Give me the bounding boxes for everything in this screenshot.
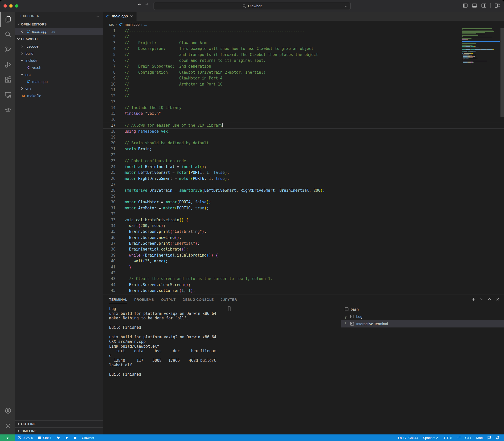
chevron-down-icon[interactable] (344, 4, 348, 8)
code-line-18[interactable]: 18using namespace vex; (103, 129, 504, 134)
code-line-21[interactable]: 21brain Brain; (103, 146, 504, 152)
ellipsis-icon[interactable] (95, 14, 99, 18)
back-icon[interactable] (137, 2, 141, 6)
activity-bar-item-extensions[interactable] (0, 72, 15, 87)
folder-include[interactable]: include (15, 57, 103, 64)
terminal-output[interactable]: Logunix build for platform vexiq2 on Dar… (109, 307, 218, 434)
activity-bar-item-search[interactable] (0, 27, 15, 42)
section-outline[interactable]: OUTLINE (15, 420, 103, 427)
code-line-14[interactable]: 14// Include the IQ Library (103, 105, 504, 111)
panel-tab-debug-console[interactable]: DEBUG CONSOLE (183, 294, 214, 305)
code-line-41[interactable]: 41 } (103, 264, 504, 270)
status-project[interactable]: Clawbot (80, 434, 97, 441)
code-line-24[interactable]: 24inertial BrainInertial = inertial(); (103, 164, 504, 170)
code-line-22[interactable]: 22 (103, 152, 504, 158)
code-line-1[interactable]: 1//-------------------------------------… (103, 28, 504, 34)
code-line-44[interactable]: 44 Brain.Screen.clearScreen(); (103, 282, 504, 288)
code-line-8[interactable]: 8// Configuration: Clawbot (Drivetrain 2… (103, 70, 504, 75)
code-line-6[interactable]: 6// down and returns to its original spo… (103, 58, 504, 64)
editor-scrollbar[interactable] (500, 28, 504, 117)
breadcrumb-item[interactable]: ... (144, 22, 147, 26)
forward-icon[interactable] (145, 2, 149, 6)
terminal-list-item-interactive-terminal[interactable]: └Interactive Terminal (341, 320, 504, 327)
status-remote[interactable] (0, 434, 15, 441)
activity-bar-item-remote-explorer[interactable] (0, 87, 15, 102)
command-center-search[interactable]: Clawbot (154, 2, 351, 10)
folder-build[interactable]: build (15, 50, 103, 57)
status-cursor-position[interactable]: Ln 17, Col 44 (396, 434, 421, 441)
code-line-33[interactable]: 33void calibrateDrivetrain() { (103, 217, 504, 223)
status-stop[interactable] (71, 434, 80, 441)
code-area[interactable]: 1//-------------------------------------… (103, 28, 504, 294)
activity-bar-item-vex[interactable] (0, 102, 15, 118)
file-makefile[interactable]: Mmakefile (15, 92, 103, 99)
code-line-42[interactable]: 42 (103, 270, 504, 276)
status-language[interactable]: C++ (463, 434, 474, 441)
layout-sidebar-right-icon[interactable] (481, 3, 487, 8)
close-icon[interactable] (495, 297, 500, 301)
activity-bar-item-account[interactable] (0, 403, 15, 418)
code-line-25[interactable]: 25motor LeftDriveSmart = motor(PORT1, 1,… (103, 170, 504, 176)
code-line-2[interactable]: 2// (103, 34, 504, 40)
panel-tab-terminal[interactable]: TERMINAL (109, 294, 127, 305)
open-editor-item[interactable]: C+main.cppsrc (15, 28, 103, 35)
terminal-split-divider[interactable] (222, 305, 222, 434)
breadcrumb-item[interactable]: main.cpp (125, 22, 140, 26)
close-icon[interactable] (20, 30, 24, 34)
activity-bar-item-explorer[interactable] (0, 12, 15, 27)
code-line-16[interactable]: 16 (103, 117, 504, 123)
code-line-38[interactable]: 38 BrainInertial.calibrate(); (103, 246, 504, 252)
code-line-13[interactable]: 13 (103, 99, 504, 105)
code-line-31[interactable]: 31motor ArmMotor = motor(PORT10, true); (103, 205, 504, 211)
code-line-36[interactable]: 36 Brain.Screen.newLine(); (103, 235, 504, 241)
folder--vscode[interactable]: .vscode (15, 43, 103, 50)
activity-bar-item-settings[interactable] (0, 418, 15, 433)
code-line-29[interactable]: 29 (103, 194, 504, 199)
code-line-32[interactable]: 32 (103, 211, 504, 217)
layout-panel-icon[interactable] (472, 3, 477, 8)
plus-icon[interactable] (471, 297, 476, 301)
customize-layout-icon[interactable] (494, 3, 500, 8)
code-line-28[interactable]: 28smartdrive Drivetrain = smartdrive(Lef… (103, 188, 504, 194)
traffic-light-close[interactable] (4, 4, 7, 8)
code-line-3[interactable]: 3// Project: Claw and Arm (103, 40, 504, 46)
status-eol[interactable]: LF (454, 434, 463, 441)
workspace-header[interactable]: CLAWBOT (15, 35, 103, 43)
minimap[interactable] (462, 28, 500, 63)
folder-src[interactable]: src (15, 71, 103, 78)
code-line-12[interactable]: 12//------------------------------------… (103, 93, 504, 99)
code-line-7[interactable]: 7// Brain Supported: 2nd generation (103, 64, 504, 69)
status-slot[interactable]: Slot 1 (35, 434, 54, 441)
status-platform[interactable]: Mac (474, 434, 485, 441)
status-notifications[interactable] (493, 434, 502, 441)
code-line-19[interactable]: 19 (103, 134, 504, 140)
code-line-5[interactable]: 5// and transports it forward. The Clawb… (103, 52, 504, 58)
file-vex-h[interactable]: Cvex.h (15, 64, 103, 71)
activity-bar-item-run-debug[interactable] (0, 57, 15, 72)
terminal-list-item-bash[interactable]: bash (341, 306, 504, 313)
section-timeline[interactable]: TIMELINE (15, 427, 103, 434)
code-line-43[interactable]: 43 // Clears the screen and returns the … (103, 276, 504, 282)
code-line-20[interactable]: 20// Brain should be defined by default (103, 140, 504, 146)
close-icon[interactable] (130, 14, 133, 18)
chevron-down-icon[interactable] (479, 297, 484, 301)
code-line-39[interactable]: 39 while (BrainInertial.isCalibrating())… (103, 253, 504, 258)
status-device[interactable] (54, 434, 63, 441)
layout-sidebar-left-icon[interactable] (462, 3, 468, 8)
status-indentation[interactable]: Spaces: 2 (421, 434, 440, 441)
status-problems[interactable]: 00 (15, 434, 35, 441)
open-editors-header[interactable]: OPEN EDITORS (15, 20, 103, 28)
code-line-15[interactable]: 15#include "vex.h" (103, 111, 504, 117)
status-encoding[interactable]: UTF-8 (440, 434, 454, 441)
code-line-35[interactable]: 35 Brain.Screen.print("Calibrating"); (103, 229, 504, 235)
panel-tab-jupyter[interactable]: JUPYTER (221, 294, 237, 305)
breadcrumb[interactable]: src›C+main.cpp›... (103, 21, 504, 28)
panel-tab-output[interactable]: OUTPUT (161, 294, 176, 305)
status-feedback[interactable] (485, 434, 493, 441)
folder-vex[interactable]: vex (15, 85, 103, 92)
code-line-11[interactable]: 11// (103, 87, 504, 93)
code-line-23[interactable]: 23// Robot configuration code. (103, 158, 504, 164)
file-main-cpp[interactable]: C+main.cpp (15, 78, 103, 85)
code-line-30[interactable]: 30motor ClawMotor = motor(PORT4, false); (103, 199, 504, 205)
code-line-4[interactable]: 4// Description: This example will show … (103, 46, 504, 52)
